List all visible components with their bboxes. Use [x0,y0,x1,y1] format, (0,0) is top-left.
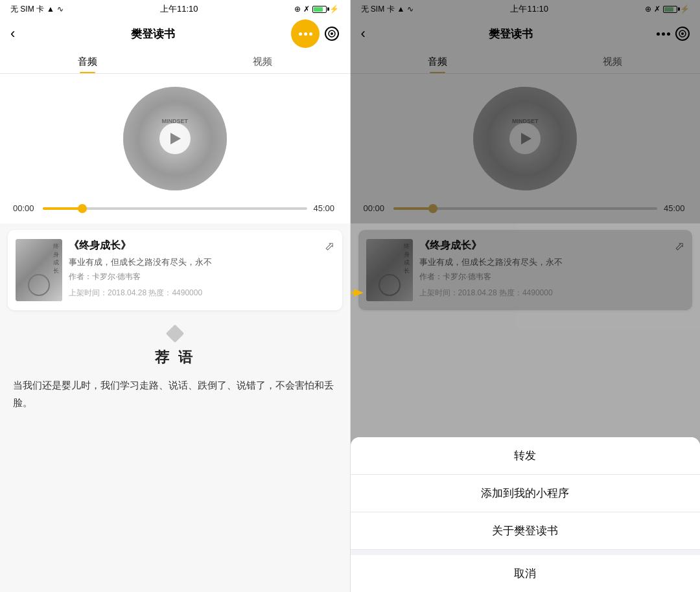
at-icon: ⊕ [294,5,301,14]
play-button-left[interactable] [159,123,191,154]
progress-thumb-left[interactable] [78,204,87,213]
tab-audio-left[interactable]: 音频 [0,49,175,73]
carrier-text: 无 SIM 卡 [10,4,44,15]
scan-button[interactable] [325,27,339,41]
time-start-left: 00:00 [13,203,36,213]
right-panel: 无 SIM 卡 ▲ ∿ 上午11:10 ⊕ ✗ ⚡ ‹ 樊登读书 [351,0,701,592]
quote-title-left: 荐 语 [155,348,195,367]
book-title-row-left: 《终身成长》 ⬀ [69,239,334,253]
book-info-left: 《终身成长》 ⬀ 事业有成，但成长之路没有尽头，永不 作者：卡罗尔·德韦客 上架… [69,239,334,301]
progress-fill-left [43,207,82,210]
book-title-left: 《终身成长》 [69,239,131,253]
svg-marker-5 [354,289,364,297]
progress-track-left[interactable] [43,207,307,210]
action-cancel[interactable]: 取消 [351,555,701,592]
book-desc-left: 事业有成，但成长之路没有尽头，永不 [69,256,334,269]
navbar-title-left: 樊登读书 [131,27,175,41]
wifi-icon: ∿ [57,5,64,14]
battery-icon [312,6,327,13]
more-dots-icon [299,32,312,36]
book-meta-left: 上架时间：2018.04.28 热度：4490000 [69,288,334,299]
progress-row-left: 00:00 45:00 [0,203,350,213]
status-icons-left: ⊕ ✗ ⚡ [294,5,339,14]
signal-icon: ▲ [47,5,54,14]
book-author-left: 作者：卡罗尔·德韦客 [69,271,334,282]
action-sheet: 转发 添加到我的小程序 关于樊登读书 取消 [351,437,701,592]
left-panel: 无 SIM 卡 ▲ ∿ 上午11:10 ⊕ ✗ ⚡ ‹ 樊登读书 [0,0,350,592]
time-left: 上午11:10 [160,3,198,15]
audio-player-left: 00:00 45:00 [0,74,350,223]
navbar-actions-left [291,19,339,48]
diamond-icon-left [166,324,184,343]
play-icon-left [170,133,181,144]
more-button-circle[interactable] [291,19,320,48]
action-add-miniapp[interactable]: 添加到我的小程序 [351,475,701,512]
navbar-left: ‹ 樊登读书 [0,18,350,49]
cover-visual-left [16,239,62,301]
book-cover-left [16,239,62,301]
book-card-left[interactable]: 《终身成长》 ⬀ 事业有成，但成长之路没有尽头，永不 作者：卡罗尔·德韦客 上架… [8,230,342,310]
carrier-left: 无 SIM 卡 ▲ ∿ [10,4,64,15]
status-bar-left: 无 SIM 卡 ▲ ∿ 上午11:10 ⊕ ✗ ⚡ [0,0,350,18]
svg-point-1 [331,32,333,35]
quote-text-left: 当我们还是婴儿时，我们学习走路、说话、跌倒了、说错了，不会害怕和丢脸。 [13,376,337,411]
time-end-left: 45:00 [314,203,337,213]
quote-section-left: 荐 语 当我们还是婴儿时，我们学习走路、说话、跌倒了、说错了，不会害怕和丢脸。 [0,317,350,411]
tab-video-left[interactable]: 视频 [175,49,350,73]
bolt-icon: ⚡ [329,5,339,14]
arrow-indicator [351,285,364,303]
album-art-left[interactable] [123,87,227,190]
share-icon-left[interactable]: ⬀ [325,239,334,253]
bluetooth-icon: ✗ [303,5,310,14]
tabs-left: 音频 视频 [0,49,350,74]
action-sheet-overlay: 转发 添加到我的小程序 关于樊登读书 取消 [351,0,701,592]
back-button-left[interactable]: ‹ [10,27,15,41]
action-about[interactable]: 关于樊登读书 [351,512,701,550]
action-forward[interactable]: 转发 [351,437,701,475]
